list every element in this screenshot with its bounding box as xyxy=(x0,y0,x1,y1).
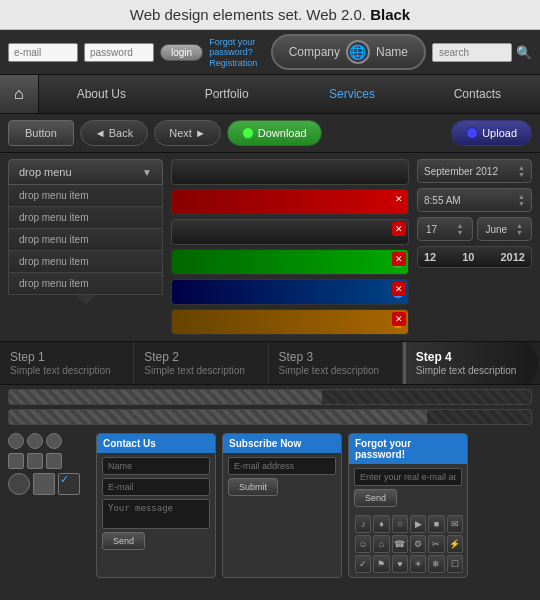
main-content: drop menu ▼ drop menu item drop menu ite… xyxy=(0,153,540,341)
icon-lightning[interactable]: ⚡ xyxy=(447,535,463,553)
shape-circle-2[interactable] xyxy=(27,433,43,449)
shape-radio-1[interactable] xyxy=(8,473,30,495)
bar-row-blue: i ✕ xyxy=(171,279,409,305)
subscribe-submit-button[interactable]: Submit xyxy=(228,478,278,496)
icon-checkbox[interactable]: ☐ xyxy=(447,555,463,573)
middle-bars: ✕ ✕ ✓ ✕ i ✕ ! ✕ xyxy=(171,159,409,335)
nav-item-about[interactable]: About Us xyxy=(39,77,164,111)
icon-snow[interactable]: ❄ xyxy=(428,555,444,573)
close-brown[interactable]: ✕ xyxy=(392,312,406,326)
shape-sq-lg[interactable] xyxy=(33,473,55,495)
step-4[interactable]: Step 4 Simple text description xyxy=(403,342,540,384)
shape-sq-3[interactable] xyxy=(46,453,62,469)
dropdown-arrow-icon: ▼ xyxy=(142,167,152,178)
search-icon[interactable]: 🔍 xyxy=(516,45,532,60)
time-text: 8:55 AM xyxy=(424,195,461,206)
button-std[interactable]: Button xyxy=(8,120,74,146)
download-button[interactable]: Download xyxy=(227,120,322,146)
contact-form-header: Contact Us xyxy=(97,434,215,453)
back-button[interactable]: ◄ Back xyxy=(80,120,148,146)
right-panel: September 2012 ▲▼ 8:55 AM ▲▼ 17 ▲▼ June … xyxy=(417,159,532,335)
close-black[interactable]: ✕ xyxy=(392,222,406,236)
icon-star[interactable]: ☆ xyxy=(392,515,408,533)
shape-sq-2[interactable] xyxy=(27,453,43,469)
forgot-form: Forgot your password! Send ♪ ♦ ☆ ▶ ■ ✉ ☺… xyxy=(348,433,468,578)
icon-check[interactable]: ✓ xyxy=(355,555,371,573)
icon-phone[interactable]: ☎ xyxy=(392,535,408,553)
step-1[interactable]: Step 1 Simple text description xyxy=(0,342,134,384)
bar-row-brown: ! ✕ xyxy=(171,309,409,335)
icon-email[interactable]: ✉ xyxy=(447,515,463,533)
dropdown-item-2[interactable]: drop menu item xyxy=(8,207,163,229)
steps-bar: Step 1 Simple text description Step 2 Si… xyxy=(0,341,540,385)
close-red[interactable]: ✕ xyxy=(392,192,406,206)
shape-circle-3[interactable] xyxy=(46,433,62,449)
company-logo: Company 🌐 Name xyxy=(271,34,426,70)
nav-bar: ⌂ About Us Portfolio Services Contacts xyxy=(0,75,540,114)
title-bold: Black xyxy=(370,6,410,23)
dropdown-item-4[interactable]: drop menu item xyxy=(8,251,163,273)
step-2-desc: Simple text description xyxy=(144,365,257,376)
forgot-link[interactable]: Forgot your password? xyxy=(209,37,260,57)
step-2[interactable]: Step 2 Simple text description xyxy=(134,342,268,384)
register-link[interactable]: Registration xyxy=(209,58,264,68)
day-spinner[interactable]: ▲▼ xyxy=(457,222,464,236)
month2-spinner[interactable]: ▲▼ xyxy=(516,222,523,236)
nav-item-portfolio[interactable]: Portfolio xyxy=(164,77,289,111)
subscribe-email-input[interactable] xyxy=(228,457,336,475)
bar-row-1 xyxy=(171,159,409,185)
shape-row-1 xyxy=(8,433,88,449)
time-spinner[interactable]: ▲▼ xyxy=(518,193,525,207)
contact-message-input[interactable] xyxy=(102,499,210,529)
upload-button[interactable]: Upload xyxy=(451,120,532,146)
black-bar-2: ✕ xyxy=(171,219,409,245)
dropdown-item-5[interactable]: drop menu item xyxy=(8,273,163,295)
nav-item-services[interactable]: Services xyxy=(289,77,414,111)
contact-submit-button[interactable]: Send xyxy=(102,532,145,550)
nav-item-contacts[interactable]: Contacts xyxy=(415,77,540,111)
dropdown-item-3[interactable]: drop menu item xyxy=(8,229,163,251)
icon-gear[interactable]: ⚙ xyxy=(410,535,426,553)
day-box[interactable]: 17 ▲▼ xyxy=(417,217,473,241)
close-green[interactable]: ✕ xyxy=(392,252,406,266)
icon-home[interactable]: ⌂ xyxy=(373,535,389,553)
icon-music[interactable]: ♪ xyxy=(355,515,371,533)
dropdown-header[interactable]: drop menu ▼ xyxy=(8,159,163,185)
step-3[interactable]: Step 3 Simple text description xyxy=(269,342,403,384)
time-select[interactable]: 8:55 AM ▲▼ xyxy=(417,188,532,212)
icon-play[interactable]: ▶ xyxy=(410,515,426,533)
search-input[interactable] xyxy=(432,43,512,62)
icon-diamond[interactable]: ♦ xyxy=(373,515,389,533)
forgot-submit-button[interactable]: Send xyxy=(354,489,397,507)
icon-sun[interactable]: ☀ xyxy=(410,555,426,573)
close-blue[interactable]: ✕ xyxy=(392,282,406,296)
next-button[interactable]: Next ► xyxy=(154,120,221,146)
contact-name-input[interactable] xyxy=(102,457,210,475)
progress-bar-1 xyxy=(8,389,532,405)
step-3-desc: Simple text description xyxy=(279,365,392,376)
shape-sq-1[interactable] xyxy=(8,453,24,469)
nav-home-button[interactable]: ⌂ xyxy=(0,75,39,113)
password-field[interactable] xyxy=(84,43,154,62)
red-bar: ✕ xyxy=(171,189,409,215)
icon-square[interactable]: ■ xyxy=(428,515,444,533)
dropdown-item-1[interactable]: drop menu item xyxy=(8,185,163,207)
title-bar: Web design elements set. Web 2.0. Black xyxy=(0,0,540,30)
login-button[interactable]: login xyxy=(160,44,203,61)
icon-scissors[interactable]: ✂ xyxy=(428,535,444,553)
shape-circle-1[interactable] xyxy=(8,433,24,449)
buttons-row: Button ◄ Back Next ► Download Upload xyxy=(0,114,540,153)
month-spinner[interactable]: ▲▼ xyxy=(518,164,525,178)
icon-heart[interactable]: ♥ xyxy=(392,555,408,573)
icon-face[interactable]: ☺ xyxy=(355,535,371,553)
forgot-email-input[interactable] xyxy=(354,468,462,486)
email-field[interactable] xyxy=(8,43,78,62)
contact-email-input[interactable] xyxy=(102,478,210,496)
month-select[interactable]: September 2012 ▲▼ xyxy=(417,159,532,183)
shape-checked[interactable] xyxy=(58,473,80,495)
step-2-num: Step 2 xyxy=(144,350,257,364)
icon-flag[interactable]: ⚑ xyxy=(373,555,389,573)
subscribe-form: Subscribe Now Submit xyxy=(222,433,342,578)
dropdown-panel: drop menu ▼ drop menu item drop menu ite… xyxy=(8,159,163,335)
month-box[interactable]: June ▲▼ xyxy=(477,217,533,241)
